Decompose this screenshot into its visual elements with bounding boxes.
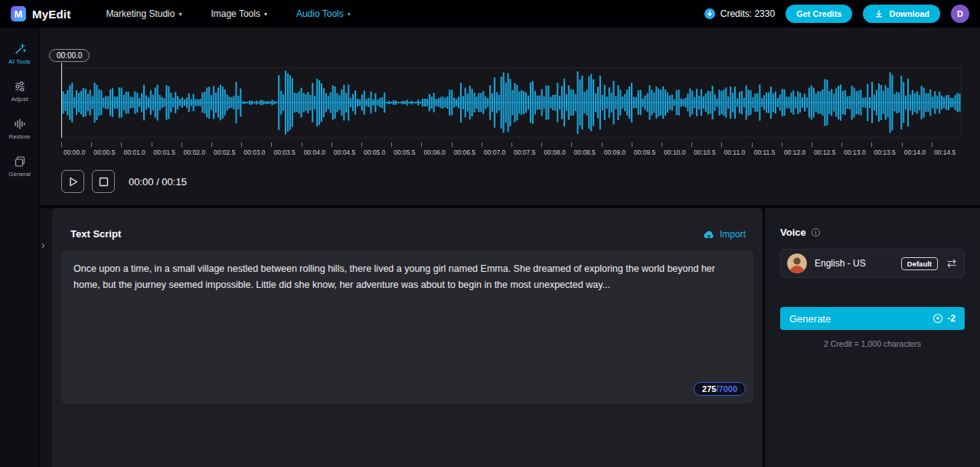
- text-script-panel: Text Script Import Once upon a time, in …: [52, 208, 763, 467]
- char-limit: /7000: [716, 384, 737, 394]
- timeline-tick: 00:00.0: [61, 142, 91, 158]
- panel-collapse-gutter: ›: [40, 208, 52, 467]
- timeline-tick: 00:05.5: [391, 142, 421, 158]
- top-navbar: M MyEdit Marketing Studio ▾ Image Tools …: [0, 0, 980, 28]
- import-button[interactable]: Import: [703, 229, 746, 240]
- char-count: 275: [702, 384, 716, 394]
- timeline-tick: 00:14.5: [932, 142, 962, 158]
- download-button[interactable]: Download: [863, 5, 940, 23]
- magic-wand-icon: [14, 43, 26, 55]
- navbar-right: Credits: 2330 Get Credits Download D: [704, 5, 969, 23]
- timeline-tick: 00:11.5: [752, 142, 782, 158]
- stop-button[interactable]: [92, 170, 115, 193]
- sidebar-item-label: Restore: [8, 133, 30, 140]
- menu-label: Audio Tools: [296, 8, 344, 19]
- timeline-tick: 00:06.5: [452, 142, 482, 158]
- timeline-tick: 00:12.5: [812, 142, 841, 158]
- credit-note: 2 Credit = 1,000 characters: [780, 339, 965, 348]
- voice-panel: Voice English - US Default: [765, 208, 980, 467]
- playhead-line[interactable]: [61, 63, 62, 138]
- user-avatar[interactable]: D: [951, 5, 969, 23]
- download-label: Download: [889, 9, 929, 18]
- sidebar-item-label: AI Tools: [8, 58, 30, 65]
- chevron-down-icon: ▾: [264, 11, 267, 18]
- sidebar-item-restore[interactable]: Restore: [0, 110, 39, 148]
- sidebar-item-general[interactable]: General: [0, 148, 39, 185]
- default-badge: Default: [901, 257, 938, 270]
- chevron-down-icon: ▾: [348, 11, 351, 18]
- menu-image-tools[interactable]: Image Tools ▾: [211, 8, 267, 19]
- info-icon[interactable]: [811, 227, 821, 237]
- waveform-canvas: [62, 68, 961, 137]
- myedit-logo-icon[interactable]: M: [11, 6, 26, 21]
- left-sidebar: AI Tools Adjust Restore General: [0, 28, 40, 467]
- script-panel-header: Text Script Import: [52, 208, 763, 240]
- audio-player-section: 00:00.0 00:00.000:00.500:01.000:01.500:0…: [40, 28, 980, 208]
- play-icon: [66, 175, 80, 189]
- timeline-tick: 00:00.5: [91, 142, 121, 158]
- timeline-tick: 00:01.5: [152, 142, 181, 158]
- voice-name: English - US: [815, 258, 866, 269]
- voice-panel-title: Voice: [780, 227, 806, 238]
- sidebar-item-adjust[interactable]: Adjust: [0, 73, 39, 110]
- timeline-tick: 00:07.0: [482, 142, 511, 158]
- timeline-tick: 00:08.5: [571, 142, 601, 158]
- generate-button[interactable]: Generate -2: [780, 307, 965, 330]
- timeline-tick: 00:10.0: [662, 142, 691, 158]
- generate-cost: -2: [933, 313, 956, 324]
- brand-name[interactable]: MyEdit: [32, 8, 70, 21]
- layers-icon: [14, 155, 26, 168]
- waveform-container[interactable]: [61, 67, 962, 138]
- cloud-upload-icon: [703, 229, 715, 240]
- download-icon: [874, 8, 884, 19]
- script-textarea[interactable]: Once upon a time, in a small village nes…: [61, 250, 753, 403]
- playhead-time-badge[interactable]: 00:00.0: [49, 49, 90, 62]
- timeline-tick: 00:10.5: [691, 142, 721, 158]
- timeline-tick: 00:02.5: [211, 142, 241, 158]
- bottom-section: › Text Script Import Once upon a time, i…: [40, 208, 980, 467]
- time-display: 00:00 / 00:15: [129, 176, 187, 188]
- credit-coin-icon: [933, 313, 943, 324]
- timeline-tick: 00:12.0: [782, 142, 812, 158]
- timeline-tick: 00:08.0: [541, 142, 571, 158]
- timeline-tick: 00:13.5: [871, 142, 901, 158]
- credits-display: Credits: 2330: [704, 8, 775, 20]
- timeline-tick: 00:05.0: [361, 142, 391, 158]
- menu-label: Image Tools: [211, 8, 260, 19]
- timeline-tick: 00:01.0: [121, 142, 151, 158]
- get-credits-button[interactable]: Get Credits: [786, 5, 852, 23]
- generate-label: Generate: [789, 313, 831, 325]
- credit-coin-icon: [704, 8, 716, 20]
- sidebar-item-ai-tools[interactable]: AI Tools: [0, 35, 39, 73]
- voice-selector[interactable]: English - US Default: [780, 249, 965, 278]
- timeline-tick: 00:09.0: [602, 142, 632, 158]
- timeline-ruler[interactable]: 00:00.000:00.500:01.000:01.500:02.000:02…: [61, 142, 962, 158]
- main-menus: Marketing Studio ▾ Image Tools ▾ Audio T…: [106, 8, 350, 19]
- char-count-badge: 275/7000: [694, 382, 746, 396]
- timeline-tick: 00:04.5: [332, 142, 361, 158]
- timeline-tick: 00:09.5: [632, 142, 662, 158]
- collapse-chevron-icon[interactable]: ›: [41, 239, 45, 251]
- sidebar-item-label: Adjust: [11, 96, 28, 103]
- timeline-tick: 00:13.0: [841, 142, 871, 158]
- get-credits-label: Get Credits: [796, 9, 841, 18]
- cost-value: -2: [947, 313, 956, 324]
- timeline-tick: 00:04.0: [302, 142, 332, 158]
- script-panel-title: Text Script: [70, 228, 121, 240]
- voice-panel-header: Voice: [780, 227, 965, 238]
- swap-voice-icon[interactable]: [946, 257, 958, 269]
- timeline-tick: 00:07.5: [511, 142, 541, 158]
- chevron-down-icon: ▾: [178, 11, 181, 18]
- script-textarea-wrap: Once upon a time, in a small village nes…: [61, 250, 753, 403]
- import-label: Import: [720, 229, 746, 240]
- timeline-tick: 00:14.0: [902, 142, 932, 158]
- menu-audio-tools[interactable]: Audio Tools ▾: [296, 8, 351, 19]
- timeline-tick: 00:11.0: [721, 142, 751, 158]
- voice-avatar: [787, 253, 807, 273]
- credits-label: Credits: 2330: [720, 8, 775, 19]
- timeline-tick: 00:06.0: [421, 142, 451, 158]
- sidebar-item-label: General: [8, 171, 30, 178]
- play-button[interactable]: [61, 170, 84, 193]
- menu-marketing-studio[interactable]: Marketing Studio ▾: [106, 8, 181, 19]
- sliders-icon: [14, 80, 26, 93]
